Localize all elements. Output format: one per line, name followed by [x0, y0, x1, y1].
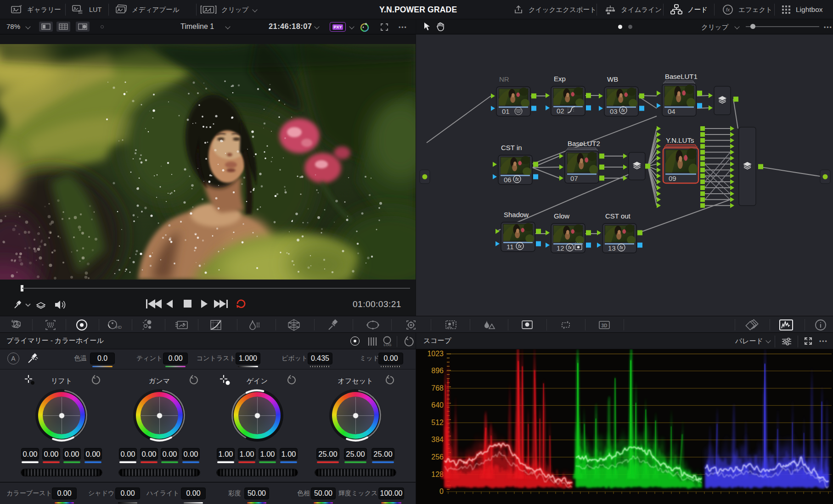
svg-text:01: 01 — [502, 107, 510, 115]
svg-text:BaseLUT2: BaseLUT2 — [568, 140, 600, 147]
svg-text:fx: fx — [518, 243, 522, 249]
svg-text:CST in: CST in — [501, 144, 522, 151]
svg-text:12: 12 — [557, 244, 564, 252]
svg-text:fx: fx — [619, 245, 624, 250]
svg-text:NR: NR — [499, 75, 509, 83]
svg-text:CST out: CST out — [605, 212, 631, 220]
svg-text:09: 09 — [669, 174, 676, 182]
svg-text:HDR: HDR — [116, 325, 122, 330]
svg-text:04: 04 — [668, 107, 675, 115]
svg-text:07: 07 — [570, 174, 578, 182]
svg-text:13: 13 — [608, 244, 616, 252]
svg-text:3D: 3D — [602, 323, 608, 328]
svg-text:LOG: LOG — [384, 343, 392, 347]
svg-text:Exp: Exp — [554, 75, 566, 83]
svg-text:03: 03 — [610, 107, 618, 115]
svg-text:768: 768 — [431, 384, 444, 392]
svg-text:06: 06 — [504, 176, 512, 184]
svg-text:512: 512 — [431, 419, 444, 426]
svg-text:fx: fx — [621, 107, 625, 113]
svg-text:640: 640 — [431, 401, 444, 409]
svg-text:384: 384 — [431, 436, 444, 443]
svg-text:fx: fx — [515, 176, 519, 182]
svg-text:BaseLUT1: BaseLUT1 — [665, 73, 698, 80]
svg-text:Shadow: Shadow — [504, 211, 529, 218]
svg-text:Y.N.LUTs: Y.N.LUTs — [666, 136, 694, 144]
svg-text:WB: WB — [607, 75, 618, 83]
svg-text:0: 0 — [439, 487, 444, 495]
svg-text:256: 256 — [431, 453, 444, 461]
svg-text:02: 02 — [557, 107, 564, 115]
svg-text:1023: 1023 — [427, 350, 444, 358]
svg-text:896: 896 — [431, 367, 444, 375]
svg-text:fx: fx — [726, 7, 730, 12]
svg-text:Glow: Glow — [554, 212, 569, 220]
svg-text:11: 11 — [507, 243, 514, 251]
svg-text:fx: fx — [568, 245, 572, 250]
